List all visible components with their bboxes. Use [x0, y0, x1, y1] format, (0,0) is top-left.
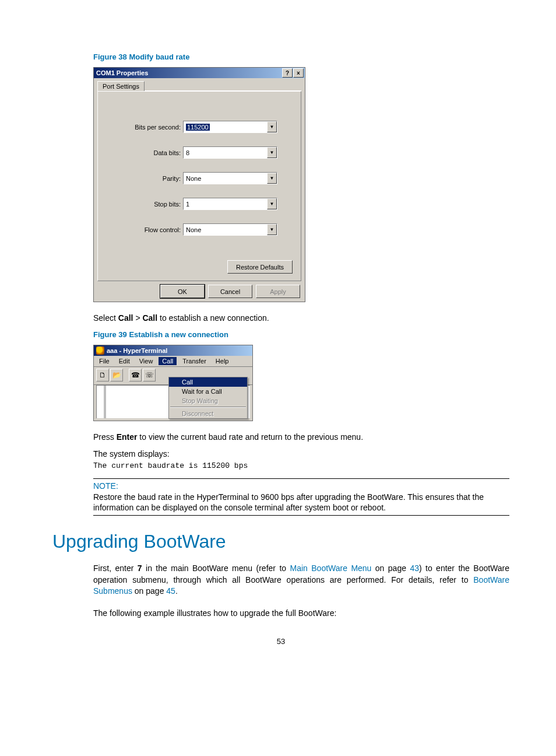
dropdown-item-wait[interactable]: Wait for a Call: [169, 387, 247, 396]
ht-titlebar: aaa - HyperTerminal: [94, 345, 252, 356]
menu-file[interactable]: File: [96, 357, 113, 365]
section-heading: Upgrading BootWare: [52, 531, 509, 552]
chevron-down-icon[interactable]: ▼: [267, 173, 277, 184]
bps-label: Bits per second:: [122, 124, 181, 131]
note-text: Restore the baud rate in the HyperTermin…: [93, 492, 509, 513]
port-settings-pane: Bits per second: 115200 ▼ Data bits: 8 ▼: [97, 91, 301, 281]
menu-edit[interactable]: Edit: [115, 357, 133, 365]
page-number: 53: [52, 637, 509, 646]
link-page-45[interactable]: 45: [166, 586, 175, 596]
disconnect-icon[interactable]: ☏: [143, 369, 156, 382]
close-button[interactable]: ×: [293, 68, 304, 78]
call-dropdown: Call Wait for a Call Stop Waiting Discon…: [168, 377, 248, 419]
ht-menubar: File Edit View Call Transfer Help: [94, 356, 252, 366]
body-text: The system displays:: [93, 449, 509, 460]
open-icon[interactable]: 📂: [110, 369, 123, 382]
data-bits-value: 8: [186, 149, 189, 156]
stop-bits-combo[interactable]: 1 ▼: [183, 198, 277, 210]
ok-button[interactable]: OK: [160, 285, 205, 298]
parity-combo[interactable]: None ▼: [183, 172, 277, 184]
stop-bits-label: Stop bits:: [122, 201, 181, 208]
body-text: First, enter 7 in the main BootWare menu…: [93, 563, 509, 597]
menu-call[interactable]: Call: [159, 357, 177, 365]
body-text: The following example illustrates how to…: [93, 608, 509, 620]
menu-transfer[interactable]: Transfer: [179, 357, 210, 365]
chevron-down-icon[interactable]: ▼: [267, 121, 277, 132]
com1-properties-dialog: COM1 Properties ? × Port Settings Bits p…: [93, 67, 305, 302]
chevron-down-icon[interactable]: ▼: [267, 147, 277, 158]
tab-port-settings[interactable]: Port Settings: [97, 81, 145, 91]
call-icon[interactable]: ☎: [129, 369, 142, 382]
dialog-title: COM1 Properties: [96, 69, 148, 76]
dropdown-item-call[interactable]: Call: [169, 377, 247, 387]
ht-title: aaa - HyperTerminal: [107, 347, 167, 354]
console-output: The current baudrate is 115200 bps: [93, 461, 509, 470]
parity-label: Parity:: [122, 175, 181, 182]
figure-39-caption: Figure 39 Establish a new connection: [93, 330, 509, 339]
figure-38-caption: Figure 38 Modify baud rate: [93, 52, 509, 61]
flow-control-label: Flow control:: [122, 226, 181, 233]
ht-app-icon: [96, 346, 104, 355]
data-bits-combo[interactable]: 8 ▼: [183, 146, 277, 159]
divider: [93, 515, 509, 516]
new-icon[interactable]: 🗋: [96, 369, 109, 382]
dropdown-item-disconnect: Disconnect: [169, 409, 247, 418]
cancel-button[interactable]: Cancel: [208, 285, 252, 298]
link-main-bootware-menu[interactable]: Main BootWare Menu: [290, 564, 372, 573]
chevron-down-icon[interactable]: ▼: [267, 198, 277, 209]
flow-control-value: None: [186, 226, 201, 233]
data-bits-label: Data bits:: [122, 149, 181, 156]
menu-help[interactable]: Help: [212, 357, 233, 365]
hyperterminal-window: aaa - HyperTerminal File Edit View Call …: [93, 345, 253, 421]
body-text: Select Call > Call to establish a new co…: [93, 313, 509, 324]
link-page-43[interactable]: 43: [410, 564, 419, 573]
divider: [93, 478, 509, 479]
chevron-down-icon[interactable]: ▼: [267, 224, 277, 235]
flow-control-combo[interactable]: None ▼: [183, 223, 277, 236]
help-button[interactable]: ?: [282, 68, 293, 78]
dropdown-item-stop: Stop Waiting: [169, 396, 247, 405]
bps-combo[interactable]: 115200 ▼: [183, 121, 277, 133]
restore-defaults-button[interactable]: Restore Defaults: [227, 260, 293, 274]
note-label: NOTE:: [93, 481, 509, 491]
parity-value: None: [186, 175, 201, 182]
menu-view[interactable]: View: [136, 357, 157, 365]
apply-button[interactable]: Apply: [256, 285, 300, 298]
body-text: Press Enter to view the current baud rat…: [93, 432, 509, 443]
bps-value: 115200: [186, 124, 210, 131]
stop-bits-value: 1: [186, 201, 189, 208]
dialog-titlebar: COM1 Properties ? ×: [94, 68, 305, 78]
